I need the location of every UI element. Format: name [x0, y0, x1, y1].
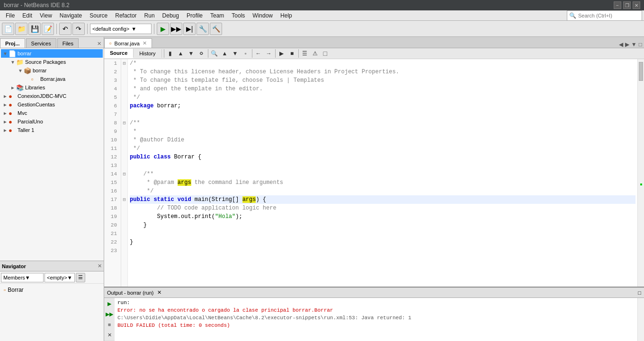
tree-toggle-parcial: ►: [3, 119, 9, 124]
close-button[interactable]: ✕: [633, 1, 640, 9]
output-panel: Output - borrar (run) ✕ □ ▶ ▶▶ ■ ✕ run: …: [104, 287, 644, 341]
find-prev-button[interactable]: ▲: [220, 48, 230, 59]
code-line-21: [130, 229, 635, 238]
tree-item-conexion[interactable]: ► ● ConexionJDBC-MVC: [1, 92, 103, 100]
next-change-button[interactable]: →: [264, 48, 274, 59]
toggle-tasks-button[interactable]: ☰: [300, 48, 310, 59]
build-button[interactable]: 🔧: [197, 23, 209, 35]
config-dropdown[interactable]: <default config> ▼: [90, 24, 152, 34]
menu-team[interactable]: Team: [206, 11, 228, 20]
tree-item-source-packages[interactable]: ▼ 📁 Source Packages: [1, 58, 103, 66]
tree-item-parcial[interactable]: ► ● ParcialUno: [1, 117, 103, 126]
save-button[interactable]: 💾: [28, 23, 41, 35]
empty-dropdown[interactable]: <empty> ▼: [45, 273, 75, 282]
split-button[interactable]: □: [323, 50, 327, 57]
tab-history[interactable]: History: [134, 49, 161, 58]
tab-close-button[interactable]: ✕: [143, 40, 147, 46]
output-stop-button[interactable]: ■: [105, 320, 114, 329]
menu-source[interactable]: Source: [86, 11, 111, 20]
code-content[interactable]: /* * To change this license header, choo…: [128, 59, 637, 287]
restore-button[interactable]: ❐: [623, 1, 631, 9]
tree-label-gestion: GestionCuentas: [18, 102, 55, 107]
find-next-button[interactable]: ▼: [230, 48, 241, 59]
menu-view[interactable]: View: [36, 11, 56, 20]
stop-macro-button[interactable]: ■: [287, 48, 297, 59]
code-line-3: * To change this template file, choose T…: [130, 76, 635, 85]
menu-edit[interactable]: Edit: [18, 11, 36, 20]
ln-21: 21: [106, 229, 119, 238]
tree-item-gestion[interactable]: ► ● GestionCuentas: [1, 100, 103, 109]
output-content[interactable]: run: Error: no se ha encontrado o cargad…: [115, 298, 637, 341]
undo-button[interactable]: ↶: [59, 23, 72, 35]
tab-source[interactable]: Source: [104, 49, 134, 58]
search-button[interactable]: 🔍: [209, 48, 220, 59]
maximize-editor-button[interactable]: □: [639, 41, 642, 48]
scrollbar-thumb[interactable]: [639, 62, 643, 81]
run-project-button[interactable]: ▶: [157, 23, 169, 35]
next-tab-button[interactable]: ▶: [625, 41, 629, 48]
clean-build-button[interactable]: 🔨: [210, 23, 222, 35]
tree-item-borrar-java[interactable]: ► ▫ Borrar.java: [1, 75, 103, 83]
output-maximize-button[interactable]: □: [638, 290, 641, 296]
next-bookmark-button[interactable]: ▼: [186, 48, 197, 59]
start-macro-button[interactable]: ▶: [277, 48, 287, 59]
tree-item-taller[interactable]: ► ● Taller 1: [1, 126, 103, 134]
output-line-4: BUILD FAILED (total time: 0 seconds): [117, 322, 635, 329]
output-tab-close[interactable]: ✕: [157, 289, 161, 296]
new-project-button[interactable]: 📄: [2, 23, 14, 35]
prev-bookmark-button[interactable]: ▲: [176, 48, 186, 59]
fold-23: [121, 246, 127, 255]
members-dropdown[interactable]: Members ▼: [1, 273, 44, 282]
menu-profile[interactable]: Profile: [183, 11, 206, 20]
tree-item-borrar[interactable]: ▼ 📄 borrar: [1, 49, 103, 58]
tab-files[interactable]: Files: [57, 38, 79, 48]
output-line-2: Error: no se ha encontrado o cargado la …: [117, 306, 635, 314]
output-close-button[interactable]: ✕: [105, 330, 114, 340]
toggle-errors-button[interactable]: ⚠: [310, 48, 321, 59]
menu-run[interactable]: Run: [141, 11, 159, 20]
debug-project-button[interactable]: ▶▶: [170, 23, 182, 35]
ln-22: 22: [106, 238, 119, 246]
output-run-button[interactable]: ▶: [105, 299, 114, 308]
output-rerun-button[interactable]: ▶▶: [105, 309, 114, 319]
menu-file[interactable]: File: [2, 11, 18, 20]
menu-tools[interactable]: Tools: [228, 11, 249, 20]
open-project-button[interactable]: 📁: [15, 23, 27, 35]
run-main-button[interactable]: ▶|: [183, 23, 196, 35]
menu-debug[interactable]: Debug: [159, 11, 183, 20]
fold-10: [121, 136, 127, 144]
minimize-button[interactable]: −: [614, 1, 621, 9]
search-input[interactable]: [578, 13, 640, 18]
menu-refactor[interactable]: Refactor: [111, 11, 140, 20]
tree-toggle-source: ▼: [10, 60, 16, 65]
tree-item-libraries[interactable]: ► 📚 Libraries: [1, 83, 103, 92]
ln-13: 13: [106, 161, 119, 170]
navigator-class-borrar[interactable]: ▫ Borrar: [2, 286, 102, 294]
menu-help[interactable]: Help: [277, 11, 296, 20]
menu-window[interactable]: Window: [249, 11, 277, 20]
prev-tab-button[interactable]: ◀: [619, 41, 623, 48]
editor-tab-borrar[interactable]: ▫ Borrar.java ✕: [104, 38, 152, 48]
menu-navigate[interactable]: Navigate: [56, 11, 86, 20]
toggle-breakpoint-button[interactable]: ⭘: [197, 48, 207, 59]
toggle-search-bar-button[interactable]: ▫: [241, 48, 251, 59]
code-editor[interactable]: 1 2 3 4 5 6 7 8 9 10 11 12 13 14 15 16 1: [104, 59, 644, 287]
members-label: Members: [3, 275, 25, 280]
tab-list-button[interactable]: ▼: [631, 41, 637, 48]
code-line-12: public class Borrar {: [130, 153, 635, 161]
tree-item-borrar-package[interactable]: ▼ 📦 borrar: [1, 66, 103, 75]
navigator-options-button[interactable]: ☰: [76, 273, 85, 282]
ln-14: 14: [106, 170, 119, 178]
prev-change-button[interactable]: ←: [253, 48, 264, 59]
tree-item-mvc[interactable]: ► ● Mvc: [1, 109, 103, 117]
navigator-toolbar: Members ▼ <empty> ▼ ☰: [0, 271, 104, 284]
tree-label-source-packages: Source Packages: [25, 59, 66, 65]
save-all-button[interactable]: 📝: [42, 23, 54, 35]
redo-button[interactable]: ↷: [72, 23, 85, 35]
tab-projects[interactable]: Proj...: [0, 38, 25, 48]
editor-scrollbar[interactable]: [637, 59, 644, 287]
navigator-close-button[interactable]: ✕: [98, 263, 102, 269]
panel-close-button[interactable]: ✕: [95, 40, 104, 48]
tab-services[interactable]: Services: [26, 38, 56, 48]
toggle-bookmarks-button[interactable]: ▮: [165, 48, 176, 59]
